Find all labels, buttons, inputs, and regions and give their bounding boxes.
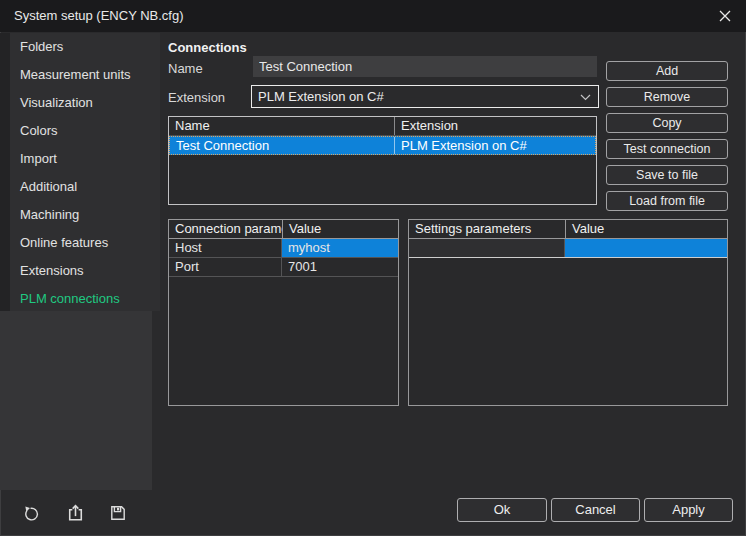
save-settings-button[interactable] — [106, 501, 130, 525]
load-from-file-button[interactable]: Load from file — [606, 191, 728, 211]
settings-parameter-row-empty[interactable] — [409, 239, 727, 258]
sidebar-item-plm-connections[interactable]: PLM connections — [10, 285, 160, 313]
sidebar-item-additional[interactable]: Additional — [10, 173, 160, 201]
reset-settings-button[interactable] — [18, 501, 42, 525]
cell-parameter-value[interactable]: 7001 — [282, 258, 398, 276]
title-bar: System setup (ENCY NB.cfg) — [0, 0, 746, 32]
reset-icon — [21, 504, 40, 523]
add-button[interactable]: Add — [606, 61, 728, 81]
chevron-down-icon — [580, 94, 591, 101]
save-icon — [108, 503, 128, 523]
close-icon — [719, 10, 731, 22]
connection-parameters-table: Connection paramet Value Host myhost Por… — [168, 219, 399, 406]
cell-parameter-value-selected[interactable]: myhost — [282, 239, 398, 257]
connection-name-input[interactable] — [253, 56, 597, 77]
sidebar-item-machining[interactable]: Machining — [10, 201, 160, 229]
export-settings-button[interactable] — [63, 501, 87, 525]
column-header-name[interactable]: Name — [169, 117, 394, 135]
connections-table: Name Extension Test Connection PLM Exten… — [168, 116, 597, 205]
system-setup-dialog: System setup (ENCY NB.cfg) Folders Measu… — [0, 0, 746, 536]
extension-dropdown[interactable]: PLM Extension on C# — [251, 85, 599, 108]
column-header-value[interactable]: Value — [282, 220, 398, 238]
copy-button[interactable]: Copy — [606, 113, 728, 133]
settings-parameters-header: Settings parameters Value — [409, 220, 727, 239]
remove-button[interactable]: Remove — [606, 87, 728, 107]
column-header-settings-parameters[interactable]: Settings parameters — [409, 220, 565, 238]
save-to-file-button[interactable]: Save to file — [606, 165, 728, 185]
section-title: Connections — [168, 40, 247, 55]
connection-parameters-header: Connection paramet Value — [169, 220, 398, 239]
sidebar-lower-panel — [0, 311, 152, 490]
connections-table-header: Name Extension — [169, 117, 596, 136]
extension-label: Extension — [168, 90, 225, 105]
ok-button[interactable]: Ok — [457, 498, 547, 522]
extension-selected-value: PLM Extension on C# — [258, 86, 384, 107]
dialog-title: System setup (ENCY NB.cfg) — [14, 0, 184, 32]
sidebar-item-visualization[interactable]: Visualization — [10, 89, 160, 117]
sidebar-item-import[interactable]: Import — [10, 145, 160, 173]
parameter-row-host[interactable]: Host myhost — [169, 239, 398, 258]
cell-setting-name — [409, 239, 565, 257]
sidebar-item-folders[interactable]: Folders — [10, 33, 160, 61]
sidebar-item-online-features[interactable]: Online features — [10, 229, 160, 257]
cell-connection-name: Test Connection — [170, 137, 394, 154]
sidebar-item-extensions[interactable]: Extensions — [10, 257, 160, 285]
close-button[interactable] — [712, 4, 738, 28]
settings-category-list: Folders Measurement units Visualization … — [10, 33, 160, 311]
sidebar-item-colors[interactable]: Colors — [10, 117, 160, 145]
test-connection-button[interactable]: Test connection — [606, 139, 728, 159]
cell-parameter-name: Host — [169, 239, 282, 257]
column-header-connection-parameters[interactable]: Connection paramet — [169, 220, 282, 238]
settings-parameters-table: Settings parameters Value — [408, 219, 728, 406]
sidebar-left-strip — [0, 33, 10, 311]
cell-setting-value-selected[interactable] — [565, 239, 727, 257]
cell-parameter-name: Port — [169, 258, 282, 276]
export-icon — [65, 503, 86, 524]
sidebar-item-measurement-units[interactable]: Measurement units — [10, 61, 160, 89]
apply-button[interactable]: Apply — [644, 498, 733, 522]
connections-table-row-selected[interactable]: Test Connection PLM Extension on C# — [169, 136, 596, 155]
column-header-extension[interactable]: Extension — [394, 117, 596, 135]
cancel-button[interactable]: Cancel — [551, 498, 640, 522]
name-label: Name — [168, 61, 203, 76]
column-header-value[interactable]: Value — [565, 220, 727, 238]
cell-connection-extension: PLM Extension on C# — [394, 137, 595, 154]
parameter-row-port[interactable]: Port 7001 — [169, 258, 398, 277]
